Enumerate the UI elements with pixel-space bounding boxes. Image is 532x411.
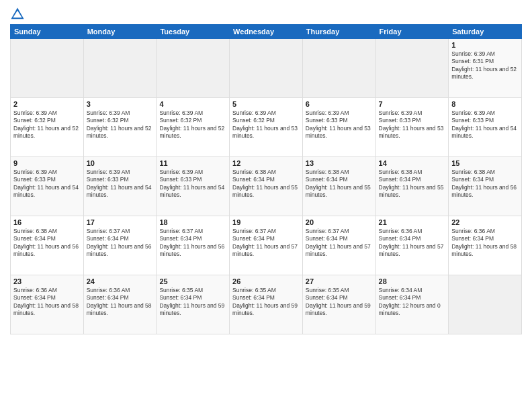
day-cell: 26Sunrise: 6:35 AM Sunset: 6:34 PM Dayli… xyxy=(230,275,303,334)
day-number: 19 xyxy=(232,218,300,226)
day-cell xyxy=(83,39,157,98)
logo xyxy=(10,7,28,21)
day-header-saturday: Saturday xyxy=(449,25,522,39)
day-number: 1 xyxy=(451,41,519,49)
day-number: 14 xyxy=(379,159,446,167)
day-info: Sunrise: 6:38 AM Sunset: 6:34 PM Dayligh… xyxy=(306,169,373,199)
day-cell: 4Sunrise: 6:39 AM Sunset: 6:32 PM Daylig… xyxy=(157,98,230,157)
day-number: 20 xyxy=(306,218,373,226)
week-row-5: 23Sunrise: 6:36 AM Sunset: 6:34 PM Dayli… xyxy=(11,275,522,334)
day-info: Sunrise: 6:39 AM Sunset: 6:32 PM Dayligh… xyxy=(13,109,81,140)
day-info: Sunrise: 6:39 AM Sunset: 6:33 PM Dayligh… xyxy=(13,169,81,199)
page-container: SundayMondayTuesdayWednesdayThursdayFrid… xyxy=(0,0,532,341)
day-number: 26 xyxy=(232,277,300,285)
day-cell: 20Sunrise: 6:37 AM Sunset: 6:34 PM Dayli… xyxy=(302,216,375,275)
day-info: Sunrise: 6:37 AM Sunset: 6:34 PM Dayligh… xyxy=(232,228,300,259)
day-cell xyxy=(302,39,375,98)
day-info: Sunrise: 6:36 AM Sunset: 6:34 PM Dayligh… xyxy=(379,228,446,259)
day-cell: 23Sunrise: 6:36 AM Sunset: 6:34 PM Dayli… xyxy=(11,275,84,334)
day-cell: 12Sunrise: 6:38 AM Sunset: 6:34 PM Dayli… xyxy=(230,157,303,216)
day-number: 17 xyxy=(87,218,154,226)
day-number: 24 xyxy=(87,277,154,285)
week-row-1: 1Sunrise: 6:39 AM Sunset: 6:31 PM Daylig… xyxy=(11,39,522,98)
day-cell: 6Sunrise: 6:39 AM Sunset: 6:33 PM Daylig… xyxy=(302,98,375,157)
day-info: Sunrise: 6:39 AM Sunset: 6:32 PM Dayligh… xyxy=(232,109,300,140)
day-number: 9 xyxy=(13,159,81,167)
day-cell: 22Sunrise: 6:36 AM Sunset: 6:34 PM Dayli… xyxy=(449,216,522,275)
day-cell: 25Sunrise: 6:35 AM Sunset: 6:34 PM Dayli… xyxy=(157,275,230,334)
day-number: 13 xyxy=(306,159,373,167)
day-cell: 8Sunrise: 6:39 AM Sunset: 6:33 PM Daylig… xyxy=(449,98,522,157)
day-info: Sunrise: 6:38 AM Sunset: 6:34 PM Dayligh… xyxy=(451,169,519,199)
week-row-3: 9Sunrise: 6:39 AM Sunset: 6:33 PM Daylig… xyxy=(11,157,522,216)
week-row-2: 2Sunrise: 6:39 AM Sunset: 6:32 PM Daylig… xyxy=(11,98,522,157)
day-cell: 14Sunrise: 6:38 AM Sunset: 6:34 PM Dayli… xyxy=(375,157,449,216)
day-number: 12 xyxy=(232,159,300,167)
day-info: Sunrise: 6:35 AM Sunset: 6:34 PM Dayligh… xyxy=(232,287,300,318)
day-info: Sunrise: 6:39 AM Sunset: 6:31 PM Dayligh… xyxy=(451,50,519,81)
day-info: Sunrise: 6:35 AM Sunset: 6:34 PM Dayligh… xyxy=(159,287,226,318)
day-cell: 27Sunrise: 6:35 AM Sunset: 6:34 PM Dayli… xyxy=(302,275,375,334)
day-info: Sunrise: 6:38 AM Sunset: 6:34 PM Dayligh… xyxy=(232,169,300,199)
day-cell xyxy=(230,39,303,98)
day-number: 21 xyxy=(379,218,446,226)
day-number: 28 xyxy=(379,277,446,285)
day-cell: 5Sunrise: 6:39 AM Sunset: 6:32 PM Daylig… xyxy=(230,98,303,157)
day-info: Sunrise: 6:38 AM Sunset: 6:34 PM Dayligh… xyxy=(379,169,446,199)
calendar-table: SundayMondayTuesdayWednesdayThursdayFrid… xyxy=(10,24,522,334)
day-number: 27 xyxy=(306,277,373,285)
day-number: 6 xyxy=(306,100,373,108)
day-cell: 10Sunrise: 6:39 AM Sunset: 6:33 PM Dayli… xyxy=(83,157,157,216)
day-headers-row: SundayMondayTuesdayWednesdayThursdayFrid… xyxy=(11,25,522,39)
day-cell: 7Sunrise: 6:39 AM Sunset: 6:33 PM Daylig… xyxy=(375,98,449,157)
logo-icon xyxy=(10,7,25,21)
day-number: 10 xyxy=(87,159,154,167)
day-number: 3 xyxy=(87,100,154,108)
day-cell: 15Sunrise: 6:38 AM Sunset: 6:34 PM Dayli… xyxy=(449,157,522,216)
day-number: 16 xyxy=(13,218,81,226)
day-header-thursday: Thursday xyxy=(302,25,375,39)
day-cell xyxy=(375,39,449,98)
day-number: 23 xyxy=(13,277,81,285)
day-number: 2 xyxy=(13,100,81,108)
day-cell: 16Sunrise: 6:38 AM Sunset: 6:34 PM Dayli… xyxy=(11,216,84,275)
day-info: Sunrise: 6:36 AM Sunset: 6:34 PM Dayligh… xyxy=(451,228,519,259)
day-number: 4 xyxy=(159,100,226,108)
day-cell: 11Sunrise: 6:39 AM Sunset: 6:33 PM Dayli… xyxy=(157,157,230,216)
day-cell: 3Sunrise: 6:39 AM Sunset: 6:32 PM Daylig… xyxy=(83,98,157,157)
day-info: Sunrise: 6:39 AM Sunset: 6:33 PM Dayligh… xyxy=(87,169,154,199)
day-number: 11 xyxy=(159,159,226,167)
day-header-wednesday: Wednesday xyxy=(230,25,303,39)
day-number: 5 xyxy=(232,100,300,108)
day-info: Sunrise: 6:39 AM Sunset: 6:33 PM Dayligh… xyxy=(379,109,446,140)
day-cell: 13Sunrise: 6:38 AM Sunset: 6:34 PM Dayli… xyxy=(302,157,375,216)
day-info: Sunrise: 6:37 AM Sunset: 6:34 PM Dayligh… xyxy=(159,228,226,259)
day-number: 25 xyxy=(159,277,226,285)
day-info: Sunrise: 6:39 AM Sunset: 6:32 PM Dayligh… xyxy=(159,109,226,140)
day-number: 18 xyxy=(159,218,226,226)
calendar-header: SundayMondayTuesdayWednesdayThursdayFrid… xyxy=(11,25,522,39)
day-info: Sunrise: 6:36 AM Sunset: 6:34 PM Dayligh… xyxy=(87,287,154,318)
day-cell xyxy=(11,39,84,98)
day-header-friday: Friday xyxy=(375,25,449,39)
day-info: Sunrise: 6:39 AM Sunset: 6:33 PM Dayligh… xyxy=(306,109,373,140)
day-number: 15 xyxy=(451,159,519,167)
day-cell: 18Sunrise: 6:37 AM Sunset: 6:34 PM Dayli… xyxy=(157,216,230,275)
day-number: 22 xyxy=(451,218,519,226)
day-info: Sunrise: 6:35 AM Sunset: 6:34 PM Dayligh… xyxy=(306,287,373,318)
day-info: Sunrise: 6:36 AM Sunset: 6:34 PM Dayligh… xyxy=(13,287,81,318)
day-cell: 28Sunrise: 6:34 AM Sunset: 6:34 PM Dayli… xyxy=(375,275,449,334)
header xyxy=(10,7,522,21)
day-cell: 24Sunrise: 6:36 AM Sunset: 6:34 PM Dayli… xyxy=(83,275,157,334)
day-number: 7 xyxy=(379,100,446,108)
day-header-tuesday: Tuesday xyxy=(157,25,230,39)
day-cell: 1Sunrise: 6:39 AM Sunset: 6:31 PM Daylig… xyxy=(449,39,522,98)
day-cell: 2Sunrise: 6:39 AM Sunset: 6:32 PM Daylig… xyxy=(11,98,84,157)
day-info: Sunrise: 6:37 AM Sunset: 6:34 PM Dayligh… xyxy=(306,228,373,259)
calendar-body: 1Sunrise: 6:39 AM Sunset: 6:31 PM Daylig… xyxy=(11,39,522,334)
day-info: Sunrise: 6:39 AM Sunset: 6:33 PM Dayligh… xyxy=(451,109,519,140)
day-info: Sunrise: 6:38 AM Sunset: 6:34 PM Dayligh… xyxy=(13,228,81,259)
week-row-4: 16Sunrise: 6:38 AM Sunset: 6:34 PM Dayli… xyxy=(11,216,522,275)
day-header-monday: Monday xyxy=(83,25,157,39)
day-cell xyxy=(449,275,522,334)
